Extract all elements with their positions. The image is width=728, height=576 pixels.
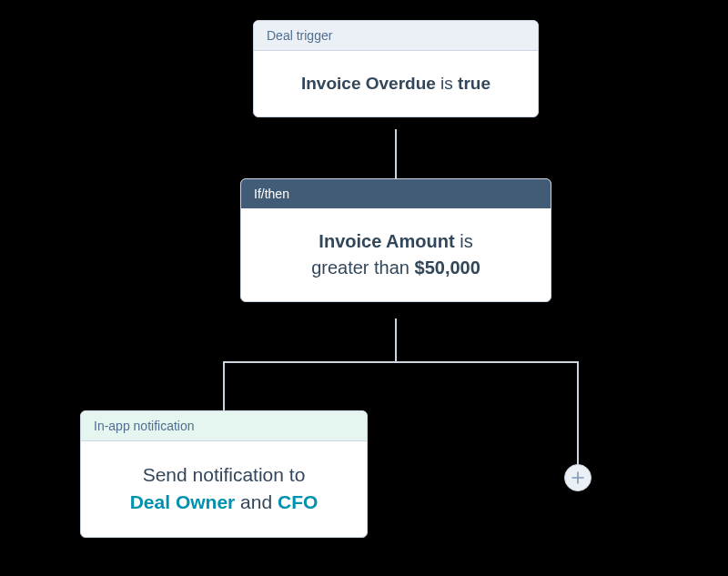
connector-branch bbox=[223, 361, 578, 363]
action-node[interactable]: In-app notification Send notification to… bbox=[80, 410, 368, 538]
trigger-mid: is bbox=[436, 74, 458, 93]
action-body: Send notification to Deal Owner and CFO bbox=[81, 441, 367, 537]
connector-line bbox=[395, 129, 397, 178]
connector-line bbox=[577, 361, 579, 464]
trigger-field: Invoice Overdue bbox=[301, 74, 436, 93]
plus-icon bbox=[571, 471, 584, 484]
connector-line bbox=[223, 361, 225, 410]
action-header: In-app notification bbox=[81, 411, 367, 441]
connector-line bbox=[395, 318, 397, 362]
action-role2: CFO bbox=[278, 491, 318, 512]
add-branch-button[interactable] bbox=[564, 464, 592, 491]
condition-field: Invoice Amount bbox=[318, 231, 454, 251]
condition-mid1: is bbox=[455, 231, 473, 251]
condition-header: If/then bbox=[241, 179, 551, 208]
workflow-canvas: Deal trigger Invoice Overdue is true If/… bbox=[0, 0, 728, 576]
action-role1: Deal Owner bbox=[130, 491, 236, 512]
condition-body: Invoice Amount is greater than $50,000 bbox=[241, 208, 551, 301]
action-mid: and bbox=[235, 491, 278, 512]
action-line1: Send notification to bbox=[99, 461, 349, 489]
trigger-value: true bbox=[458, 74, 490, 93]
condition-node[interactable]: If/then Invoice Amount is greater than $… bbox=[240, 178, 551, 302]
trigger-header: Deal trigger bbox=[254, 21, 538, 51]
trigger-node[interactable]: Deal trigger Invoice Overdue is true bbox=[253, 20, 539, 117]
condition-line2a: greater than bbox=[311, 258, 414, 278]
trigger-body: Invoice Overdue is true bbox=[254, 51, 538, 116]
condition-value: $50,000 bbox=[415, 258, 480, 278]
